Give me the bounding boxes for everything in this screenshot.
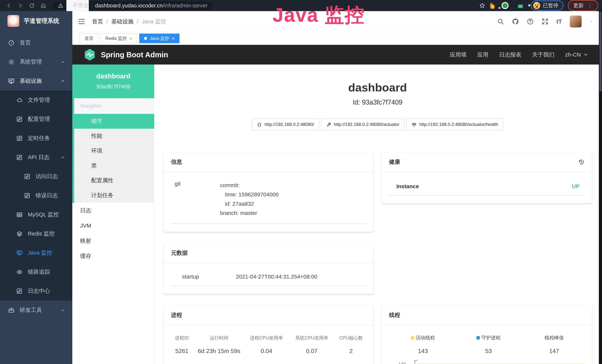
topbar-actions: tT (497, 16, 594, 27)
sidebar-item-access-log[interactable]: 访问日志 (0, 167, 72, 186)
sidebar-item-infra[interactable]: 基础设施 (0, 71, 72, 90)
actuator-url-link[interactable]: http://192.168.0.2:48080/actuator (321, 118, 405, 130)
sidebar-submenu-infra: 文件管理 配置管理 定时任务 API 日志 (0, 90, 72, 300)
instance-id: 93a3fc7f7409 (74, 84, 152, 90)
sba-nav-about[interactable]: 关于我们 (532, 51, 554, 59)
extension-on-badge: on (518, 4, 523, 8)
sba-item-metrics[interactable]: 性能 (74, 129, 154, 143)
sba-brand-title[interactable]: Spring Boot Admin (101, 51, 168, 59)
breadcrumb-infra[interactable]: 基础设施 (111, 18, 133, 25)
breadcrumb-home[interactable]: 首页 (92, 18, 103, 25)
sidebar-item-api-log[interactable]: API 日志 (0, 148, 72, 167)
browser-menu-icon[interactable] (587, 3, 593, 9)
app-title: 芋道管理系统 (24, 17, 59, 25)
sidebar-item-error-log[interactable]: 错误日志 (0, 186, 72, 205)
sidebar-item-job[interactable]: 定时任务 (0, 129, 72, 148)
close-icon[interactable] (129, 36, 132, 41)
y-axis-tick: 140 (390, 362, 409, 364)
health-instance-label: Instance (396, 183, 419, 190)
profile-paused-badge[interactable]: 已暂停 (531, 0, 563, 11)
sba-item-config-props[interactable]: 配置属性 (74, 173, 154, 188)
sidebar-item-log-center[interactable]: 日志中心 (0, 281, 72, 300)
update-button[interactable]: 更新 (568, 0, 598, 11)
help-icon[interactable] (527, 18, 534, 25)
home-icon[interactable] (38, 0, 48, 11)
sidebar-item-redis[interactable]: Redis 监控 (0, 224, 72, 243)
wrench-icon (326, 122, 331, 127)
sidebar-item-home[interactable]: 首页 (0, 33, 72, 52)
sba-item-environment[interactable]: 环境 (74, 143, 154, 158)
bookmark-star-icon[interactable] (479, 2, 485, 9)
sba-instance-header[interactable]: dashboard 93a3fc7f7409 (72, 64, 154, 98)
sba-item-classes[interactable]: 类 (74, 158, 154, 173)
sidebar-item-mysql[interactable]: MySQL 监控 (0, 205, 72, 224)
sba-item-mappings[interactable]: 映射 (72, 233, 154, 248)
tab-home[interactable]: 首页 (80, 33, 98, 43)
reload-icon[interactable] (27, 0, 37, 11)
sba-nav-applications[interactable]: 应用 (477, 51, 488, 59)
edit-square-icon (16, 116, 23, 122)
health-instance-row: Instance UP (389, 183, 584, 195)
scrollbar-thumb[interactable] (599, 12, 602, 91)
sba-item-jvm[interactable]: JVM (72, 218, 154, 233)
process-card-title: 进程 (171, 311, 182, 319)
briefcase-icon (8, 307, 14, 313)
breadcrumb-current: Java 监控 (142, 18, 166, 25)
sba-item-scheduled-tasks[interactable]: 计划任务 (74, 188, 154, 203)
font-size-icon[interactable]: tT (556, 18, 562, 25)
cloud-icon (16, 97, 23, 103)
insights-section-label: Insights (74, 98, 154, 114)
sba-item-caches[interactable]: 缓存 (72, 248, 154, 264)
sba-language-select[interactable]: zh-CN (565, 52, 589, 58)
health-url-link[interactable]: http://192.168.0.2:48080/actuator/health (406, 118, 503, 130)
info-card: 信息 git commit: time: 1596289704000 id: 2… (163, 152, 373, 232)
sidebar-item-trace[interactable]: 链路追踪 (0, 262, 72, 281)
sidebar-item-config[interactable]: 配置管理 (0, 110, 72, 129)
github-icon[interactable] (512, 18, 519, 25)
fullscreen-icon[interactable] (542, 18, 548, 25)
main-sidebar: 芋道管理系统 首页 系统管理 基础设施 (0, 11, 72, 364)
extension-count-badge: 1 (491, 5, 494, 9)
service-url-link[interactable]: http://192.168.0.2:48080/ (252, 118, 319, 130)
java-monitor-icon (16, 250, 23, 256)
address-bar[interactable]: 不安全 dashboard.yudao.iocoder.cn/infra/adm… (52, 1, 213, 10)
git-info-row: git commit: time: 1596289704000 id: 27aa… (171, 181, 366, 224)
search-icon[interactable] (497, 18, 504, 25)
chevron-down-icon (583, 52, 589, 57)
forward-icon[interactable] (15, 0, 25, 11)
health-card: 健康 Instance UP (382, 152, 592, 203)
git-time-line: time: 1596289704000 (220, 190, 279, 199)
sidebar-item-system[interactable]: 系统管理 (0, 52, 72, 71)
history-icon[interactable] (578, 159, 584, 165)
app-logo (7, 15, 19, 27)
extension-updater-icon[interactable]: 1 (490, 4, 493, 7)
sidebar-item-java[interactable]: Java 监控 (0, 243, 72, 262)
app-logo-row[interactable]: 芋道管理系统 (0, 11, 72, 31)
health-status-badge: UP (572, 183, 580, 190)
url-host: dashboard.yudao.iocoder.cn (95, 3, 163, 9)
sba-nav-journal[interactable]: 日志报表 (499, 51, 521, 59)
y-axis-line (415, 360, 415, 364)
sidebar-item-dev-tools[interactable]: 研发工具 (0, 300, 72, 320)
table-icon (16, 212, 23, 218)
sba-item-logs[interactable]: 日志 (72, 203, 154, 218)
git-commit-line: commit: (220, 181, 279, 190)
page-scrollbar[interactable] (599, 11, 602, 364)
back-icon[interactable] (4, 0, 14, 11)
sba-item-details[interactable]: 细节 (74, 114, 154, 129)
breadcrumb-separator (137, 18, 138, 25)
extension-green-icon[interactable] (502, 2, 509, 9)
sidebar-item-file[interactable]: 文件管理 (0, 90, 72, 110)
tab-java[interactable]: Java 监控 (139, 33, 180, 43)
sidebar-menu: 首页 系统管理 基础设施 文件管理 (0, 31, 72, 364)
close-icon[interactable] (172, 36, 175, 41)
user-menu-caret-icon[interactable] (589, 19, 594, 24)
edit-square-icon (16, 154, 23, 161)
threads-legend: 活动线程 143 守护进程 (390, 334, 587, 354)
tab-redis[interactable]: Redis 监控 (100, 33, 137, 43)
collapse-sidebar-icon[interactable] (77, 17, 86, 26)
git-id-line: id: 27aa832 (220, 199, 279, 208)
spring-boot-admin-logo-icon[interactable] (84, 48, 96, 61)
sba-nav-applications-wall[interactable]: 应用墙 (450, 51, 466, 59)
user-avatar[interactable] (570, 16, 582, 27)
